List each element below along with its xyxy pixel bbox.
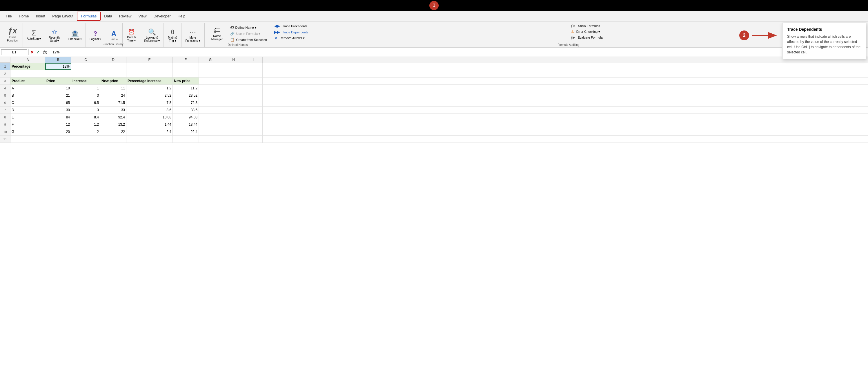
list-item[interactable]: 1.2 xyxy=(71,121,100,128)
list-item[interactable] xyxy=(45,70,71,77)
list-item[interactable] xyxy=(245,85,263,92)
recently-used-button[interactable]: ☆ Recently Used ▾ xyxy=(47,27,61,43)
name-box[interactable] xyxy=(1,49,27,55)
list-item[interactable] xyxy=(222,85,245,92)
list-item[interactable]: 8.4 xyxy=(71,114,100,121)
list-item[interactable]: 2.52 xyxy=(126,92,173,99)
list-item[interactable]: B xyxy=(10,92,45,99)
list-item[interactable]: 24 xyxy=(100,92,126,99)
date-time-button[interactable]: ⏰ Date & Time ▾ xyxy=(125,27,138,43)
list-item[interactable] xyxy=(245,92,263,99)
list-item[interactable] xyxy=(245,128,263,135)
list-item[interactable]: 13.2 xyxy=(100,121,126,128)
list-item[interactable] xyxy=(245,99,263,106)
list-item[interactable]: 21 xyxy=(45,92,71,99)
list-item[interactable] xyxy=(199,92,222,99)
list-item[interactable] xyxy=(222,121,245,128)
list-item[interactable] xyxy=(245,114,263,121)
list-item[interactable] xyxy=(199,121,222,128)
list-item[interactable]: 84 xyxy=(45,114,71,121)
math-trig-button[interactable]: θ Math & Trig ▾ xyxy=(166,27,179,43)
trace-dependents-row[interactable]: ▶▶ Trace Dependents xyxy=(273,29,567,35)
lookup-reference-button[interactable]: 🔍 Lookup & Reference ▾ xyxy=(143,27,161,43)
list-item[interactable] xyxy=(199,63,222,70)
list-item[interactable]: 22.4 xyxy=(173,128,199,135)
list-item[interactable]: 22 xyxy=(100,128,126,135)
list-item[interactable]: C xyxy=(10,99,45,106)
list-item[interactable] xyxy=(199,78,222,84)
menu-item-insert[interactable]: Insert xyxy=(32,12,49,20)
list-item[interactable] xyxy=(199,114,222,121)
list-item[interactable]: 11 xyxy=(100,85,126,92)
list-item[interactable] xyxy=(10,136,45,142)
col-header-F[interactable]: F xyxy=(173,57,199,63)
col-header-B[interactable]: B xyxy=(45,57,71,63)
list-item[interactable] xyxy=(222,107,245,113)
menu-item-data[interactable]: Data xyxy=(101,12,115,20)
menu-item-page-layout[interactable]: Page Layout xyxy=(49,12,77,20)
list-item[interactable]: 92.4 xyxy=(100,114,126,121)
list-item[interactable] xyxy=(126,136,173,142)
list-item[interactable] xyxy=(245,121,263,128)
menu-item-review[interactable]: Review xyxy=(116,12,135,20)
trace-precedents-row[interactable]: ◀▶ Trace Precedents xyxy=(273,23,567,29)
list-item[interactable] xyxy=(45,136,71,142)
name-manager-button[interactable]: 🏷 Name Manager xyxy=(207,24,227,43)
list-item[interactable] xyxy=(100,63,126,70)
list-item[interactable] xyxy=(222,63,245,70)
list-item[interactable]: D xyxy=(10,107,45,113)
menu-item-developer[interactable]: Developer xyxy=(150,12,174,20)
list-item[interactable]: A xyxy=(10,85,45,92)
list-item[interactable]: 3.6 xyxy=(126,107,173,113)
list-item[interactable] xyxy=(222,92,245,99)
col-header-A[interactable]: A xyxy=(10,57,45,63)
list-item[interactable]: New price xyxy=(173,78,199,84)
list-item[interactable] xyxy=(173,136,199,142)
list-item[interactable]: 2 xyxy=(71,128,100,135)
list-item[interactable] xyxy=(199,107,222,113)
list-item[interactable] xyxy=(71,63,100,70)
list-item[interactable] xyxy=(199,136,222,142)
list-item[interactable]: Product xyxy=(10,78,45,84)
list-item[interactable]: Increase xyxy=(71,78,100,84)
list-item[interactable]: 12 xyxy=(45,121,71,128)
list-item[interactable] xyxy=(222,136,245,142)
list-item[interactable] xyxy=(100,70,126,77)
list-item[interactable] xyxy=(245,78,263,84)
list-item[interactable]: 94.08 xyxy=(173,114,199,121)
list-item[interactable] xyxy=(245,107,263,113)
list-item[interactable]: E xyxy=(10,114,45,121)
list-item[interactable] xyxy=(199,70,222,77)
menu-item-home[interactable]: Home xyxy=(16,12,32,20)
list-item[interactable]: 33 xyxy=(100,107,126,113)
list-item[interactable]: 3 xyxy=(71,92,100,99)
list-item[interactable] xyxy=(245,63,263,70)
list-item[interactable] xyxy=(222,114,245,121)
list-item[interactable] xyxy=(199,85,222,92)
list-item[interactable] xyxy=(222,128,245,135)
col-header-G[interactable]: G xyxy=(199,57,222,63)
col-header-H[interactable]: H xyxy=(222,57,245,63)
create-from-selection-row[interactable]: 📋 Create from Selection xyxy=(229,37,268,43)
menu-item-help[interactable]: Help xyxy=(174,12,189,20)
insert-function-button[interactable]: ƒx Insert Function xyxy=(5,25,20,44)
remove-arrows-row[interactable]: ✕ Remove Arrows ▾ xyxy=(273,35,567,41)
list-item[interactable] xyxy=(199,128,222,135)
list-item[interactable]: 1 xyxy=(71,85,100,92)
list-item[interactable] xyxy=(245,70,263,77)
autosum-button[interactable]: Σ AutoSum ▾ xyxy=(25,27,42,41)
list-item[interactable]: 13.44 xyxy=(173,121,199,128)
more-functions-button[interactable]: ⋯ More Functions ▾ xyxy=(184,27,202,43)
list-item[interactable] xyxy=(245,136,263,142)
list-item[interactable]: 6.5 xyxy=(71,99,100,106)
list-item[interactable]: F xyxy=(10,121,45,128)
list-item[interactable]: 12% xyxy=(45,63,71,70)
list-item[interactable] xyxy=(10,70,45,77)
formula-input[interactable] xyxy=(51,50,867,55)
col-header-D[interactable]: D xyxy=(100,57,126,63)
list-item[interactable] xyxy=(173,63,199,70)
menu-item-formulas[interactable]: Formulas xyxy=(77,11,101,21)
list-item[interactable] xyxy=(199,99,222,106)
list-item[interactable] xyxy=(222,78,245,84)
list-item[interactable]: 33.6 xyxy=(173,107,199,113)
